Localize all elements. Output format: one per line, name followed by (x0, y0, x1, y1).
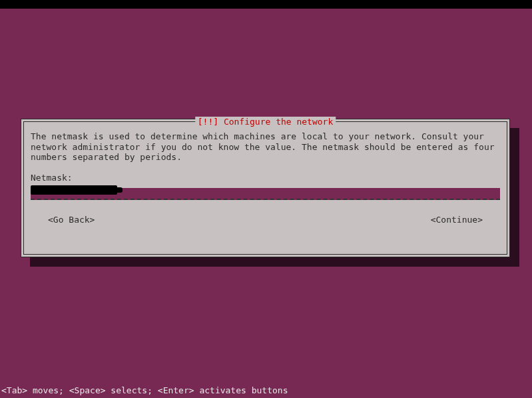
dialog-border: [!!] Configure the network The netmask i… (23, 121, 507, 255)
netmask-label: Netmask: (31, 173, 500, 183)
netmask-input[interactable] (31, 188, 500, 200)
help-bar: <Tab> moves; <Space> selects; <Enter> ac… (1, 385, 288, 395)
top-border (0, 0, 532, 9)
dialog-description: The netmask is used to determine which m… (31, 131, 500, 163)
button-row: <Go Back> <Continue> (31, 215, 500, 225)
go-back-button[interactable]: <Go Back> (48, 215, 95, 225)
input-redacted (31, 185, 117, 195)
continue-button[interactable]: <Continue> (431, 215, 483, 225)
configure-network-dialog: [!!] Configure the network The netmask i… (21, 119, 510, 257)
dialog-title: [!!] Configure the network (195, 117, 336, 127)
dialog-content: The netmask is used to determine which m… (24, 122, 507, 234)
